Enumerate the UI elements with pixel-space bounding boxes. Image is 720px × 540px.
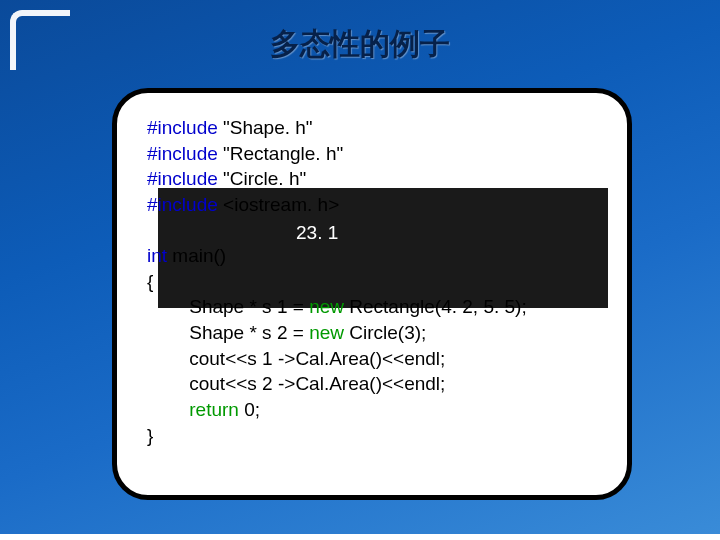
code-line-8: Shape * s 1 = new Rectangle(4. 2, 5. 5); [147,296,527,317]
code-line-3: #include "Circle. h" [147,168,306,189]
code-line-9: Shape * s 2 = new Circle(3); [147,322,426,343]
code-line-2: #include "Rectangle. h" [147,143,343,164]
code-line-12: return 0; [147,399,260,420]
code-line-7: { [147,271,153,292]
code-block: #include "Shape. h" #include "Rectangle.… [147,115,603,448]
code-panel: #include "Shape. h" #include "Rectangle.… [112,88,632,500]
code-line-4: #include <iostream. h> [147,194,339,215]
code-line-6: int main() [147,245,226,266]
bottom-bar [0,534,720,540]
code-line-13: } [147,425,153,446]
slide-title: 多态性的例子 [0,24,720,65]
code-line-10: cout<<s 1 ->Cal.Area()<<endl; [147,348,445,369]
code-line-1: #include "Shape. h" [147,117,313,138]
code-line-11: cout<<s 2 ->Cal.Area()<<endl; [147,373,445,394]
